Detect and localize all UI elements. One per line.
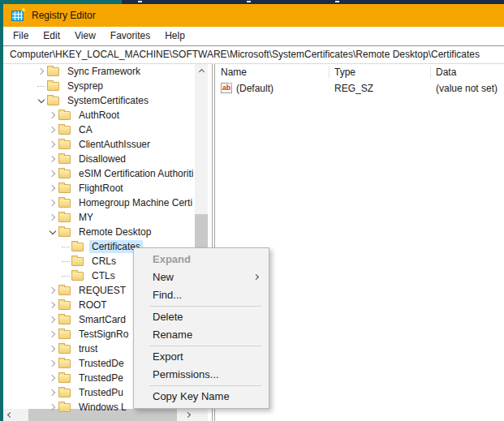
tree-item-authroot[interactable]: AuthRoot (3, 108, 195, 122)
chevron-right-icon[interactable] (36, 66, 47, 77)
chevron-right-icon[interactable] (47, 153, 58, 165)
folder-icon (71, 257, 86, 266)
folder-icon (58, 213, 73, 222)
tree-item-label: Remote Desktop (76, 226, 153, 238)
folder-icon (58, 170, 73, 178)
tree-item-label: TrustedDe (76, 357, 127, 370)
tree-item-label: CRLs (89, 255, 118, 268)
tree-item-systemcertificates[interactable]: SystemCertificates (3, 93, 195, 108)
column-header-data[interactable]: Data (431, 67, 504, 79)
tree-item-label: eSIM Certification Authoriti (76, 167, 195, 180)
tree-item-homegroup-machine-certi[interactable]: Homegroup Machine Certi (3, 195, 195, 210)
chevron-right-icon[interactable] (47, 197, 58, 208)
chevron-right-icon[interactable] (47, 358, 58, 369)
tree-item-clientauthissuer[interactable]: ClientAuthIssuer (3, 137, 195, 152)
chevron-right-icon (253, 274, 259, 280)
tree-item-esim-certification-authoriti[interactable]: eSIM Certification Authoriti (3, 166, 195, 181)
chevron-right-icon[interactable] (47, 183, 58, 194)
chevron-right-icon[interactable] (47, 168, 58, 179)
value-type: REG_SZ (330, 83, 431, 94)
folder-icon (58, 286, 73, 295)
folder-icon-shape (58, 170, 71, 178)
menu-item-edit[interactable]: Edit (36, 27, 67, 45)
tree-item-label: Windows L (76, 401, 129, 414)
folder-icon (58, 140, 73, 149)
tree-connector (36, 80, 47, 92)
chevron-right-icon[interactable] (47, 139, 58, 150)
ab-string-icon: ab (221, 83, 232, 93)
folder-icon-shape (58, 184, 71, 193)
address-bar-input[interactable]: Computer\HKEY_LOCAL_MACHINE\SOFTWARE\Mic… (3, 45, 504, 64)
top-edge-dash (138, 1, 142, 2)
value-row[interactable]: ab(Default)REG_SZ(value not set) (216, 80, 504, 96)
tree-item-label: CA (76, 123, 95, 136)
chevron-right-icon[interactable] (47, 314, 58, 325)
vertical-scrollbar-thumb[interactable] (195, 214, 208, 250)
tree-item-label: Sync Framework (65, 65, 143, 78)
chevron-right-icon[interactable] (47, 110, 58, 121)
folder-icon-shape (58, 286, 71, 295)
column-header-type[interactable]: Type (330, 67, 431, 79)
folder-icon (47, 67, 62, 76)
folder-icon (58, 155, 73, 164)
context-menu-item-permissions[interactable]: Permissions... (134, 366, 269, 384)
tree-item-remote-desktop[interactable]: Remote Desktop (3, 225, 195, 239)
context-menu-item-new[interactable]: New (134, 268, 269, 286)
tree-item-flightroot[interactable]: FlightRoot (3, 181, 195, 195)
tree-item-label: TrustedPe (76, 372, 126, 384)
folder-icon-shape (58, 199, 71, 208)
menu-item-help[interactable]: Help (157, 27, 192, 45)
top-edge-dash (335, 1, 339, 2)
chevron-right-icon[interactable] (47, 387, 58, 398)
tree-connector (60, 270, 71, 281)
chevron-right-icon[interactable] (47, 285, 58, 296)
folder-icon-shape (71, 257, 84, 266)
scroll-up-button[interactable] (195, 64, 208, 76)
folder-icon-shape (47, 67, 59, 76)
folder-icon-shape (58, 374, 71, 383)
context-menu-item-expand: Expand (134, 251, 269, 268)
folder-icon (47, 82, 62, 91)
chevron-right-icon[interactable] (47, 299, 58, 311)
tree-item-disallowed[interactable]: Disallowed (3, 152, 195, 166)
context-menu-item-export[interactable]: Export (134, 348, 269, 366)
tree-item-label: REQUEST (76, 284, 128, 297)
context-menu-item-rename[interactable]: Rename (134, 326, 269, 344)
chevron-right-icon[interactable] (47, 372, 58, 384)
folder-icon (58, 359, 73, 368)
chevron-right-icon[interactable] (47, 329, 58, 340)
folder-icon (58, 374, 73, 383)
tree-item-label: Disallowed (76, 153, 128, 165)
list-body: ab(Default)REG_SZ(value not set) (216, 80, 504, 96)
tree-item-sysprep[interactable]: Sysprep (3, 79, 195, 93)
chevron-right-icon[interactable] (47, 124, 58, 135)
folder-icon (71, 272, 86, 281)
folder-icon (58, 316, 73, 324)
tree-item-sync-framework[interactable]: Sync Framework (3, 64, 195, 79)
tree-item-ca[interactable]: CA (3, 122, 195, 137)
folder-icon-shape (58, 140, 71, 149)
folder-icon (58, 345, 73, 354)
menu-separator (149, 385, 261, 386)
tree-item-label: TrustedPu (76, 386, 126, 399)
tree-item-label: Sysprep (65, 79, 106, 92)
menu-item-view[interactable]: View (67, 27, 103, 45)
context-menu-item-find[interactable]: Find... (134, 286, 269, 304)
context-menu-item-delete[interactable]: Delete (134, 308, 269, 326)
chevron-right-icon[interactable] (47, 402, 58, 413)
folder-icon-shape (58, 126, 71, 135)
list-header: NameTypeData (216, 64, 504, 80)
chevron-right-icon[interactable] (47, 343, 58, 354)
column-header-name[interactable]: Name (216, 67, 330, 79)
menu-separator (149, 306, 261, 307)
context-menu-item-copy-key-name[interactable]: Copy Key Name (134, 388, 269, 406)
menu-item-file[interactable]: File (6, 27, 36, 45)
chevron-right-icon[interactable] (47, 212, 58, 223)
folder-icon (58, 184, 73, 193)
folder-icon-shape (47, 82, 59, 91)
chevron-down-icon[interactable] (36, 95, 47, 106)
menu-item-favorites[interactable]: Favorites (103, 27, 157, 45)
tree-item-my[interactable]: MY (3, 210, 195, 225)
chevron-down-icon[interactable] (47, 226, 58, 238)
folder-icon-shape (58, 345, 71, 354)
